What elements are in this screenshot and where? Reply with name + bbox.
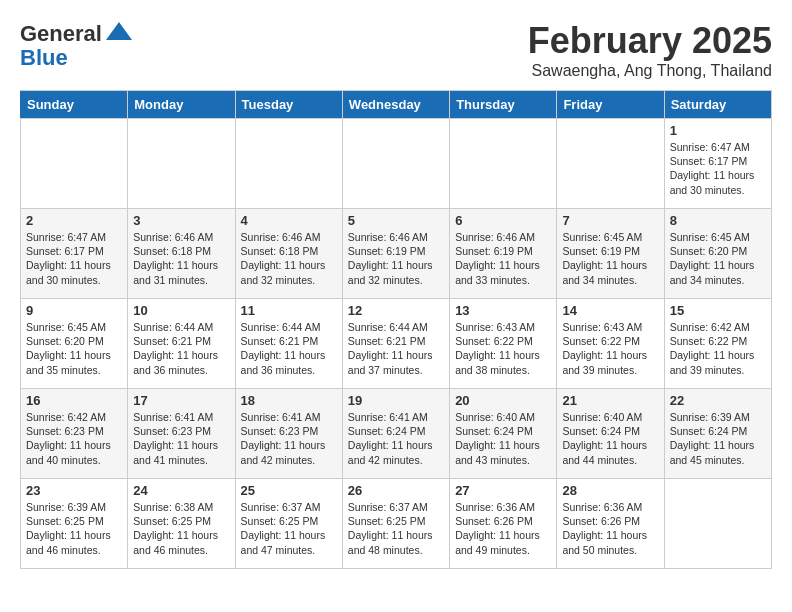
day-number: 28 xyxy=(562,483,658,498)
day-info: Sunrise: 6:36 AM Sunset: 6:26 PM Dayligh… xyxy=(562,500,658,557)
weekday-header-thursday: Thursday xyxy=(450,91,557,119)
day-info: Sunrise: 6:38 AM Sunset: 6:25 PM Dayligh… xyxy=(133,500,229,557)
day-info: Sunrise: 6:36 AM Sunset: 6:26 PM Dayligh… xyxy=(455,500,551,557)
calendar-cell: 10Sunrise: 6:44 AM Sunset: 6:21 PM Dayli… xyxy=(128,299,235,389)
day-number: 18 xyxy=(241,393,337,408)
calendar-cell: 13Sunrise: 6:43 AM Sunset: 6:22 PM Dayli… xyxy=(450,299,557,389)
calendar-cell: 12Sunrise: 6:44 AM Sunset: 6:21 PM Dayli… xyxy=(342,299,449,389)
day-number: 2 xyxy=(26,213,122,228)
day-number: 4 xyxy=(241,213,337,228)
day-info: Sunrise: 6:43 AM Sunset: 6:22 PM Dayligh… xyxy=(562,320,658,377)
calendar-cell: 7Sunrise: 6:45 AM Sunset: 6:19 PM Daylig… xyxy=(557,209,664,299)
month-title: February 2025 xyxy=(528,20,772,62)
day-number: 22 xyxy=(670,393,766,408)
day-number: 13 xyxy=(455,303,551,318)
weekday-header-saturday: Saturday xyxy=(664,91,771,119)
day-info: Sunrise: 6:41 AM Sunset: 6:24 PM Dayligh… xyxy=(348,410,444,467)
calendar-cell: 20Sunrise: 6:40 AM Sunset: 6:24 PM Dayli… xyxy=(450,389,557,479)
day-info: Sunrise: 6:37 AM Sunset: 6:25 PM Dayligh… xyxy=(241,500,337,557)
calendar-cell: 25Sunrise: 6:37 AM Sunset: 6:25 PM Dayli… xyxy=(235,479,342,569)
calendar-cell: 22Sunrise: 6:39 AM Sunset: 6:24 PM Dayli… xyxy=(664,389,771,479)
day-info: Sunrise: 6:45 AM Sunset: 6:20 PM Dayligh… xyxy=(26,320,122,377)
calendar-cell: 21Sunrise: 6:40 AM Sunset: 6:24 PM Dayli… xyxy=(557,389,664,479)
day-number: 12 xyxy=(348,303,444,318)
logo: General Blue xyxy=(20,20,134,70)
calendar-cell xyxy=(450,119,557,209)
calendar-cell: 18Sunrise: 6:41 AM Sunset: 6:23 PM Dayli… xyxy=(235,389,342,479)
day-number: 11 xyxy=(241,303,337,318)
calendar-cell: 24Sunrise: 6:38 AM Sunset: 6:25 PM Dayli… xyxy=(128,479,235,569)
calendar-cell xyxy=(21,119,128,209)
calendar-cell: 23Sunrise: 6:39 AM Sunset: 6:25 PM Dayli… xyxy=(21,479,128,569)
logo-blue: Blue xyxy=(20,45,68,70)
week-row-4: 16Sunrise: 6:42 AM Sunset: 6:23 PM Dayli… xyxy=(21,389,772,479)
day-number: 3 xyxy=(133,213,229,228)
week-row-3: 9Sunrise: 6:45 AM Sunset: 6:20 PM Daylig… xyxy=(21,299,772,389)
day-info: Sunrise: 6:42 AM Sunset: 6:22 PM Dayligh… xyxy=(670,320,766,377)
day-number: 26 xyxy=(348,483,444,498)
day-info: Sunrise: 6:46 AM Sunset: 6:18 PM Dayligh… xyxy=(133,230,229,287)
day-info: Sunrise: 6:46 AM Sunset: 6:18 PM Dayligh… xyxy=(241,230,337,287)
day-number: 25 xyxy=(241,483,337,498)
day-number: 23 xyxy=(26,483,122,498)
day-info: Sunrise: 6:44 AM Sunset: 6:21 PM Dayligh… xyxy=(133,320,229,377)
day-info: Sunrise: 6:47 AM Sunset: 6:17 PM Dayligh… xyxy=(670,140,766,197)
calendar-cell: 14Sunrise: 6:43 AM Sunset: 6:22 PM Dayli… xyxy=(557,299,664,389)
calendar-cell: 5Sunrise: 6:46 AM Sunset: 6:19 PM Daylig… xyxy=(342,209,449,299)
day-info: Sunrise: 6:43 AM Sunset: 6:22 PM Dayligh… xyxy=(455,320,551,377)
calendar-cell: 4Sunrise: 6:46 AM Sunset: 6:18 PM Daylig… xyxy=(235,209,342,299)
calendar-cell: 2Sunrise: 6:47 AM Sunset: 6:17 PM Daylig… xyxy=(21,209,128,299)
week-row-1: 1Sunrise: 6:47 AM Sunset: 6:17 PM Daylig… xyxy=(21,119,772,209)
logo-general: General xyxy=(20,21,102,46)
calendar-cell: 27Sunrise: 6:36 AM Sunset: 6:26 PM Dayli… xyxy=(450,479,557,569)
calendar-table: SundayMondayTuesdayWednesdayThursdayFrid… xyxy=(20,90,772,569)
day-info: Sunrise: 6:46 AM Sunset: 6:19 PM Dayligh… xyxy=(348,230,444,287)
calendar-cell: 9Sunrise: 6:45 AM Sunset: 6:20 PM Daylig… xyxy=(21,299,128,389)
calendar-cell: 11Sunrise: 6:44 AM Sunset: 6:21 PM Dayli… xyxy=(235,299,342,389)
day-number: 14 xyxy=(562,303,658,318)
calendar-cell: 28Sunrise: 6:36 AM Sunset: 6:26 PM Dayli… xyxy=(557,479,664,569)
day-info: Sunrise: 6:44 AM Sunset: 6:21 PM Dayligh… xyxy=(241,320,337,377)
calendar-cell xyxy=(342,119,449,209)
day-number: 1 xyxy=(670,123,766,138)
day-info: Sunrise: 6:41 AM Sunset: 6:23 PM Dayligh… xyxy=(133,410,229,467)
day-info: Sunrise: 6:44 AM Sunset: 6:21 PM Dayligh… xyxy=(348,320,444,377)
logo-icon xyxy=(104,20,134,50)
week-row-5: 23Sunrise: 6:39 AM Sunset: 6:25 PM Dayli… xyxy=(21,479,772,569)
day-info: Sunrise: 6:37 AM Sunset: 6:25 PM Dayligh… xyxy=(348,500,444,557)
svg-marker-0 xyxy=(106,22,132,40)
weekday-header-monday: Monday xyxy=(128,91,235,119)
day-info: Sunrise: 6:39 AM Sunset: 6:25 PM Dayligh… xyxy=(26,500,122,557)
day-number: 15 xyxy=(670,303,766,318)
weekday-header-wednesday: Wednesday xyxy=(342,91,449,119)
calendar-cell xyxy=(128,119,235,209)
day-number: 27 xyxy=(455,483,551,498)
weekday-header-sunday: Sunday xyxy=(21,91,128,119)
calendar-cell: 8Sunrise: 6:45 AM Sunset: 6:20 PM Daylig… xyxy=(664,209,771,299)
day-info: Sunrise: 6:46 AM Sunset: 6:19 PM Dayligh… xyxy=(455,230,551,287)
day-number: 7 xyxy=(562,213,658,228)
calendar-cell: 16Sunrise: 6:42 AM Sunset: 6:23 PM Dayli… xyxy=(21,389,128,479)
calendar-cell: 6Sunrise: 6:46 AM Sunset: 6:19 PM Daylig… xyxy=(450,209,557,299)
day-info: Sunrise: 6:41 AM Sunset: 6:23 PM Dayligh… xyxy=(241,410,337,467)
day-info: Sunrise: 6:45 AM Sunset: 6:20 PM Dayligh… xyxy=(670,230,766,287)
day-number: 10 xyxy=(133,303,229,318)
calendar-cell xyxy=(235,119,342,209)
day-number: 9 xyxy=(26,303,122,318)
calendar-cell xyxy=(557,119,664,209)
day-number: 19 xyxy=(348,393,444,408)
day-info: Sunrise: 6:39 AM Sunset: 6:24 PM Dayligh… xyxy=(670,410,766,467)
day-number: 24 xyxy=(133,483,229,498)
day-info: Sunrise: 6:47 AM Sunset: 6:17 PM Dayligh… xyxy=(26,230,122,287)
day-info: Sunrise: 6:40 AM Sunset: 6:24 PM Dayligh… xyxy=(455,410,551,467)
weekday-header-row: SundayMondayTuesdayWednesdayThursdayFrid… xyxy=(21,91,772,119)
day-number: 16 xyxy=(26,393,122,408)
calendar-cell: 15Sunrise: 6:42 AM Sunset: 6:22 PM Dayli… xyxy=(664,299,771,389)
calendar-cell: 26Sunrise: 6:37 AM Sunset: 6:25 PM Dayli… xyxy=(342,479,449,569)
day-number: 21 xyxy=(562,393,658,408)
weekday-header-tuesday: Tuesday xyxy=(235,91,342,119)
page-header: General Blue February 2025 Sawaengha, An… xyxy=(20,20,772,80)
location-title: Sawaengha, Ang Thong, Thailand xyxy=(528,62,772,80)
calendar-cell: 19Sunrise: 6:41 AM Sunset: 6:24 PM Dayli… xyxy=(342,389,449,479)
day-info: Sunrise: 6:40 AM Sunset: 6:24 PM Dayligh… xyxy=(562,410,658,467)
